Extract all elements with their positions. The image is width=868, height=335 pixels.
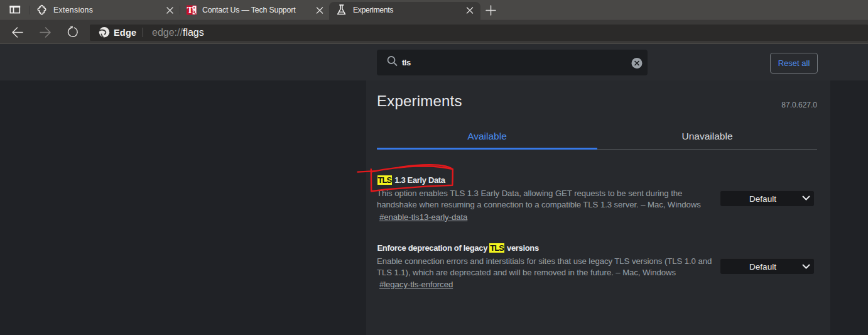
- svg-text:T: T: [187, 5, 193, 15]
